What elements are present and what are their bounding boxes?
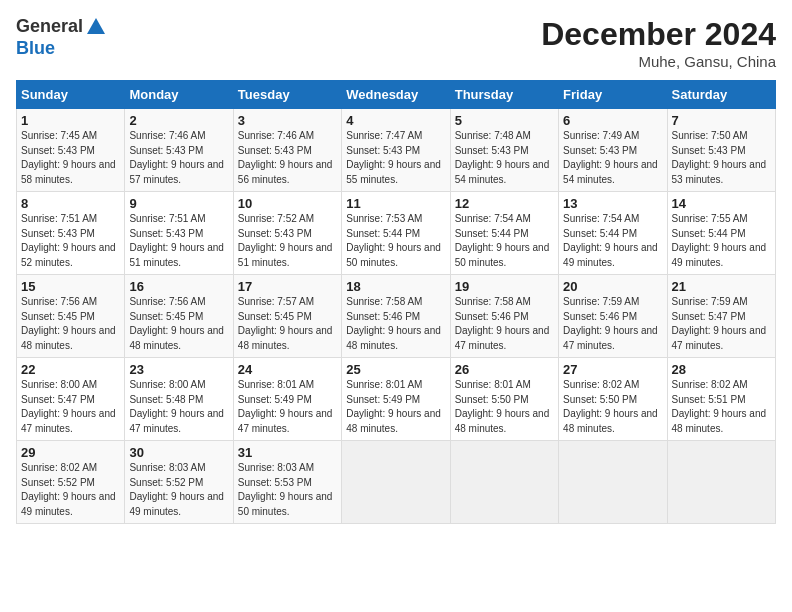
logo-icon [85, 16, 107, 38]
day-number: 10 [238, 196, 337, 211]
day-detail: Sunrise: 8:01 AMSunset: 5:49 PMDaylight:… [346, 379, 441, 434]
col-friday: Friday [559, 81, 667, 109]
calendar-cell: 13Sunrise: 7:54 AMSunset: 5:44 PMDayligh… [559, 192, 667, 275]
logo-blue: Blue [16, 38, 55, 58]
calendar-table: Sunday Monday Tuesday Wednesday Thursday… [16, 80, 776, 524]
calendar-cell: 15Sunrise: 7:56 AMSunset: 5:45 PMDayligh… [17, 275, 125, 358]
day-detail: Sunrise: 7:46 AMSunset: 5:43 PMDaylight:… [238, 130, 333, 185]
day-number: 2 [129, 113, 228, 128]
logo-general: General [16, 16, 83, 36]
title-block: December 2024 Muhe, Gansu, China [541, 16, 776, 70]
day-number: 11 [346, 196, 445, 211]
day-detail: Sunrise: 7:50 AMSunset: 5:43 PMDaylight:… [672, 130, 767, 185]
calendar-row: 22Sunrise: 8:00 AMSunset: 5:47 PMDayligh… [17, 358, 776, 441]
day-detail: Sunrise: 8:02 AMSunset: 5:50 PMDaylight:… [563, 379, 658, 434]
calendar-cell [559, 441, 667, 524]
calendar-cell: 7Sunrise: 7:50 AMSunset: 5:43 PMDaylight… [667, 109, 775, 192]
day-detail: Sunrise: 8:01 AMSunset: 5:49 PMDaylight:… [238, 379, 333, 434]
day-detail: Sunrise: 8:01 AMSunset: 5:50 PMDaylight:… [455, 379, 550, 434]
day-detail: Sunrise: 7:56 AMSunset: 5:45 PMDaylight:… [129, 296, 224, 351]
calendar-cell [342, 441, 450, 524]
col-wednesday: Wednesday [342, 81, 450, 109]
day-number: 15 [21, 279, 120, 294]
day-number: 31 [238, 445, 337, 460]
calendar-row: 8Sunrise: 7:51 AMSunset: 5:43 PMDaylight… [17, 192, 776, 275]
day-number: 5 [455, 113, 554, 128]
day-detail: Sunrise: 7:48 AMSunset: 5:43 PMDaylight:… [455, 130, 550, 185]
day-number: 29 [21, 445, 120, 460]
col-thursday: Thursday [450, 81, 558, 109]
day-number: 8 [21, 196, 120, 211]
page: General Blue December 2024 Muhe, Gansu, … [0, 0, 792, 534]
calendar-cell: 31Sunrise: 8:03 AMSunset: 5:53 PMDayligh… [233, 441, 341, 524]
calendar-cell: 2Sunrise: 7:46 AMSunset: 5:43 PMDaylight… [125, 109, 233, 192]
calendar-cell: 5Sunrise: 7:48 AMSunset: 5:43 PMDaylight… [450, 109, 558, 192]
calendar-cell: 16Sunrise: 7:56 AMSunset: 5:45 PMDayligh… [125, 275, 233, 358]
day-number: 9 [129, 196, 228, 211]
day-detail: Sunrise: 7:45 AMSunset: 5:43 PMDaylight:… [21, 130, 116, 185]
calendar-cell: 9Sunrise: 7:51 AMSunset: 5:43 PMDaylight… [125, 192, 233, 275]
calendar-cell: 26Sunrise: 8:01 AMSunset: 5:50 PMDayligh… [450, 358, 558, 441]
col-monday: Monday [125, 81, 233, 109]
calendar-cell: 3Sunrise: 7:46 AMSunset: 5:43 PMDaylight… [233, 109, 341, 192]
calendar-cell: 30Sunrise: 8:03 AMSunset: 5:52 PMDayligh… [125, 441, 233, 524]
day-number: 20 [563, 279, 662, 294]
day-detail: Sunrise: 7:59 AMSunset: 5:47 PMDaylight:… [672, 296, 767, 351]
day-number: 28 [672, 362, 771, 377]
calendar-cell: 12Sunrise: 7:54 AMSunset: 5:44 PMDayligh… [450, 192, 558, 275]
calendar-cell: 8Sunrise: 7:51 AMSunset: 5:43 PMDaylight… [17, 192, 125, 275]
col-saturday: Saturday [667, 81, 775, 109]
day-detail: Sunrise: 7:47 AMSunset: 5:43 PMDaylight:… [346, 130, 441, 185]
calendar-cell: 24Sunrise: 8:01 AMSunset: 5:49 PMDayligh… [233, 358, 341, 441]
calendar-cell: 20Sunrise: 7:59 AMSunset: 5:46 PMDayligh… [559, 275, 667, 358]
calendar-cell: 11Sunrise: 7:53 AMSunset: 5:44 PMDayligh… [342, 192, 450, 275]
col-tuesday: Tuesday [233, 81, 341, 109]
calendar-header-row: Sunday Monday Tuesday Wednesday Thursday… [17, 81, 776, 109]
day-detail: Sunrise: 8:02 AMSunset: 5:51 PMDaylight:… [672, 379, 767, 434]
calendar-cell: 1Sunrise: 7:45 AMSunset: 5:43 PMDaylight… [17, 109, 125, 192]
day-detail: Sunrise: 7:52 AMSunset: 5:43 PMDaylight:… [238, 213, 333, 268]
day-detail: Sunrise: 8:00 AMSunset: 5:47 PMDaylight:… [21, 379, 116, 434]
day-detail: Sunrise: 7:54 AMSunset: 5:44 PMDaylight:… [455, 213, 550, 268]
calendar-cell: 17Sunrise: 7:57 AMSunset: 5:45 PMDayligh… [233, 275, 341, 358]
day-detail: Sunrise: 7:51 AMSunset: 5:43 PMDaylight:… [21, 213, 116, 268]
day-detail: Sunrise: 7:57 AMSunset: 5:45 PMDaylight:… [238, 296, 333, 351]
day-detail: Sunrise: 7:53 AMSunset: 5:44 PMDaylight:… [346, 213, 441, 268]
day-number: 4 [346, 113, 445, 128]
day-number: 25 [346, 362, 445, 377]
day-detail: Sunrise: 7:58 AMSunset: 5:46 PMDaylight:… [346, 296, 441, 351]
calendar-cell: 23Sunrise: 8:00 AMSunset: 5:48 PMDayligh… [125, 358, 233, 441]
svg-marker-0 [87, 18, 105, 34]
calendar-cell [667, 441, 775, 524]
header: General Blue December 2024 Muhe, Gansu, … [16, 16, 776, 70]
day-number: 16 [129, 279, 228, 294]
calendar-cell: 19Sunrise: 7:58 AMSunset: 5:46 PMDayligh… [450, 275, 558, 358]
day-number: 14 [672, 196, 771, 211]
day-detail: Sunrise: 8:03 AMSunset: 5:52 PMDaylight:… [129, 462, 224, 517]
calendar-cell: 25Sunrise: 8:01 AMSunset: 5:49 PMDayligh… [342, 358, 450, 441]
calendar-cell: 4Sunrise: 7:47 AMSunset: 5:43 PMDaylight… [342, 109, 450, 192]
day-detail: Sunrise: 7:51 AMSunset: 5:43 PMDaylight:… [129, 213, 224, 268]
day-detail: Sunrise: 7:59 AMSunset: 5:46 PMDaylight:… [563, 296, 658, 351]
day-number: 23 [129, 362, 228, 377]
day-number: 6 [563, 113, 662, 128]
day-number: 30 [129, 445, 228, 460]
calendar-row: 1Sunrise: 7:45 AMSunset: 5:43 PMDaylight… [17, 109, 776, 192]
day-number: 3 [238, 113, 337, 128]
day-number: 27 [563, 362, 662, 377]
location: Muhe, Gansu, China [541, 53, 776, 70]
calendar-row: 29Sunrise: 8:02 AMSunset: 5:52 PMDayligh… [17, 441, 776, 524]
calendar-cell: 10Sunrise: 7:52 AMSunset: 5:43 PMDayligh… [233, 192, 341, 275]
day-detail: Sunrise: 7:46 AMSunset: 5:43 PMDaylight:… [129, 130, 224, 185]
calendar-cell: 14Sunrise: 7:55 AMSunset: 5:44 PMDayligh… [667, 192, 775, 275]
calendar-cell: 22Sunrise: 8:00 AMSunset: 5:47 PMDayligh… [17, 358, 125, 441]
day-number: 21 [672, 279, 771, 294]
day-detail: Sunrise: 8:03 AMSunset: 5:53 PMDaylight:… [238, 462, 333, 517]
calendar-cell [450, 441, 558, 524]
calendar-cell: 27Sunrise: 8:02 AMSunset: 5:50 PMDayligh… [559, 358, 667, 441]
month-title: December 2024 [541, 16, 776, 53]
day-number: 12 [455, 196, 554, 211]
day-number: 24 [238, 362, 337, 377]
day-detail: Sunrise: 7:55 AMSunset: 5:44 PMDaylight:… [672, 213, 767, 268]
day-detail: Sunrise: 7:54 AMSunset: 5:44 PMDaylight:… [563, 213, 658, 268]
